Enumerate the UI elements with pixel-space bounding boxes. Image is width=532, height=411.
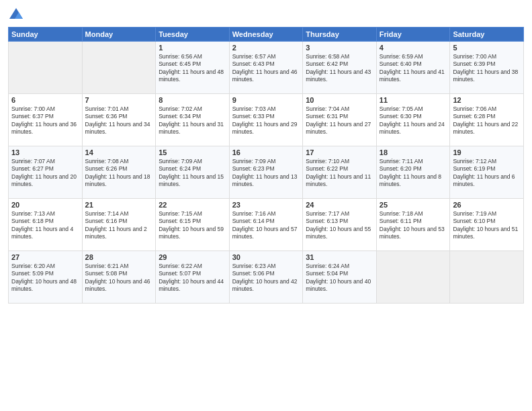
day-info: Sunrise: 7:12 AM Sunset: 6:19 PM Dayligh… [453,158,515,187]
day-cell [376,251,450,304]
day-info: Sunrise: 7:09 AM Sunset: 6:24 PM Dayligh… [159,158,224,187]
day-number: 29 [159,253,226,261]
day-info: Sunrise: 7:05 AM Sunset: 6:30 PM Dayligh… [380,105,445,135]
day-number: 3 [306,44,373,52]
day-cell: 1Sunrise: 6:56 AM Sunset: 6:45 PM Daylig… [156,42,230,94]
day-cell: 9Sunrise: 7:03 AM Sunset: 6:33 PM Daylig… [229,94,303,146]
day-cell: 8Sunrise: 7:02 AM Sunset: 6:34 PM Daylig… [156,94,230,146]
day-number: 5 [453,44,521,52]
day-number: 1 [159,44,226,52]
day-number: 26 [453,201,521,209]
day-cell: 2Sunrise: 6:57 AM Sunset: 6:43 PM Daylig… [229,42,303,94]
day-cell: 7Sunrise: 7:01 AM Sunset: 6:36 PM Daylig… [82,94,156,146]
day-info: Sunrise: 7:03 AM Sunset: 6:33 PM Dayligh… [232,105,298,135]
header [8,7,524,23]
day-cell: 23Sunrise: 7:16 AM Sunset: 6:14 PM Dayli… [229,199,303,251]
day-info: Sunrise: 7:04 AM Sunset: 6:31 PM Dayligh… [306,105,371,135]
day-number: 24 [306,201,373,209]
day-cell: 29Sunrise: 6:22 AM Sunset: 5:07 PM Dayli… [156,251,230,304]
day-info: Sunrise: 7:16 AM Sunset: 6:14 PM Dayligh… [232,210,298,240]
day-info: Sunrise: 6:24 AM Sunset: 5:04 PM Dayligh… [306,263,371,292]
day-info: Sunrise: 7:00 AM Sunset: 6:37 PM Dayligh… [11,105,77,135]
day-number: 10 [306,96,373,104]
day-cell: 17Sunrise: 7:10 AM Sunset: 6:22 PM Dayli… [303,146,377,199]
day-number: 9 [232,96,300,104]
weekday-header-sunday: Sunday [9,28,83,42]
day-number: 22 [159,201,226,209]
day-number: 28 [85,253,153,261]
day-info: Sunrise: 6:56 AM Sunset: 6:45 PM Dayligh… [159,53,224,83]
weekday-header-wednesday: Wednesday [229,28,303,42]
day-info: Sunrise: 7:08 AM Sunset: 6:26 PM Dayligh… [85,158,150,187]
day-cell: 13Sunrise: 7:07 AM Sunset: 6:27 PM Dayli… [9,146,83,199]
day-cell: 15Sunrise: 7:09 AM Sunset: 6:24 PM Dayli… [156,146,230,199]
day-cell: 18Sunrise: 7:11 AM Sunset: 6:20 PM Dayli… [376,146,450,199]
week-row-4: 20Sunrise: 7:13 AM Sunset: 6:18 PM Dayli… [9,199,524,251]
day-cell: 24Sunrise: 7:17 AM Sunset: 6:13 PM Dayli… [303,199,377,251]
day-cell: 30Sunrise: 6:23 AM Sunset: 5:06 PM Dayli… [229,251,303,304]
day-cell: 5Sunrise: 7:00 AM Sunset: 6:39 PM Daylig… [450,42,524,94]
day-number: 19 [453,148,521,156]
day-cell [9,42,83,94]
day-cell: 22Sunrise: 7:15 AM Sunset: 6:15 PM Dayli… [156,199,230,251]
day-info: Sunrise: 6:58 AM Sunset: 6:42 PM Dayligh… [306,53,371,83]
day-number: 20 [11,201,79,209]
day-info: Sunrise: 6:22 AM Sunset: 5:07 PM Dayligh… [159,263,224,292]
week-row-2: 6Sunrise: 7:00 AM Sunset: 6:37 PM Daylig… [9,94,524,146]
day-info: Sunrise: 6:57 AM Sunset: 6:43 PM Dayligh… [232,53,298,83]
week-row-1: 1Sunrise: 6:56 AM Sunset: 6:45 PM Daylig… [9,42,524,94]
weekday-header-row: SundayMondayTuesdayWednesdayThursdayFrid… [9,28,524,42]
day-cell: 21Sunrise: 7:14 AM Sunset: 6:16 PM Dayli… [82,199,156,251]
day-number: 18 [380,148,447,156]
day-number: 2 [232,44,300,52]
day-number: 12 [453,96,521,104]
day-cell: 10Sunrise: 7:04 AM Sunset: 6:31 PM Dayli… [303,94,377,146]
day-info: Sunrise: 7:17 AM Sunset: 6:13 PM Dayligh… [306,210,371,240]
day-info: Sunrise: 7:11 AM Sunset: 6:20 PM Dayligh… [380,158,441,187]
day-number: 27 [11,253,79,261]
day-info: Sunrise: 6:23 AM Sunset: 5:06 PM Dayligh… [232,263,298,292]
day-cell [450,251,524,304]
day-cell: 26Sunrise: 7:19 AM Sunset: 6:10 PM Dayli… [450,199,524,251]
day-info: Sunrise: 7:07 AM Sunset: 6:27 PM Dayligh… [11,158,77,187]
day-cell: 4Sunrise: 6:59 AM Sunset: 6:40 PM Daylig… [376,42,450,94]
day-cell: 6Sunrise: 7:00 AM Sunset: 6:37 PM Daylig… [9,94,83,146]
day-number: 17 [306,148,373,156]
logo-icon [8,7,24,23]
day-cell: 28Sunrise: 6:21 AM Sunset: 5:08 PM Dayli… [82,251,156,304]
logo [8,7,27,23]
day-info: Sunrise: 7:10 AM Sunset: 6:22 PM Dayligh… [306,158,371,187]
day-number: 4 [380,44,447,52]
day-number: 11 [380,96,447,104]
day-number: 14 [85,148,153,156]
day-cell: 16Sunrise: 7:09 AM Sunset: 6:23 PM Dayli… [229,146,303,199]
calendar-container: SundayMondayTuesdayWednesdayThursdayFrid… [0,0,532,411]
day-number: 31 [306,253,373,261]
weekday-header-tuesday: Tuesday [156,28,230,42]
day-number: 21 [85,201,153,209]
day-info: Sunrise: 7:09 AM Sunset: 6:23 PM Dayligh… [232,158,298,187]
weekday-header-friday: Friday [376,28,450,42]
day-number: 7 [85,96,153,104]
day-cell: 25Sunrise: 7:18 AM Sunset: 6:11 PM Dayli… [376,199,450,251]
day-number: 6 [11,96,79,104]
weekday-header-thursday: Thursday [303,28,377,42]
day-info: Sunrise: 6:59 AM Sunset: 6:40 PM Dayligh… [380,53,445,83]
day-info: Sunrise: 7:15 AM Sunset: 6:15 PM Dayligh… [159,210,224,240]
day-info: Sunrise: 6:20 AM Sunset: 5:09 PM Dayligh… [11,263,77,292]
day-cell: 12Sunrise: 7:06 AM Sunset: 6:28 PM Dayli… [450,94,524,146]
day-number: 30 [232,253,300,261]
day-info: Sunrise: 7:01 AM Sunset: 6:36 PM Dayligh… [85,105,150,135]
day-info: Sunrise: 7:19 AM Sunset: 6:10 PM Dayligh… [453,210,518,240]
day-info: Sunrise: 7:14 AM Sunset: 6:16 PM Dayligh… [85,210,147,240]
day-cell: 14Sunrise: 7:08 AM Sunset: 6:26 PM Dayli… [82,146,156,199]
day-info: Sunrise: 7:13 AM Sunset: 6:18 PM Dayligh… [11,210,73,240]
day-number: 23 [232,201,300,209]
day-cell: 27Sunrise: 6:20 AM Sunset: 5:09 PM Dayli… [9,251,83,304]
day-info: Sunrise: 7:02 AM Sunset: 6:34 PM Dayligh… [159,105,224,135]
day-cell [82,42,156,94]
calendar-table: SundayMondayTuesdayWednesdayThursdayFrid… [8,27,524,304]
day-cell: 3Sunrise: 6:58 AM Sunset: 6:42 PM Daylig… [303,42,377,94]
day-info: Sunrise: 7:06 AM Sunset: 6:28 PM Dayligh… [453,105,518,135]
day-cell: 20Sunrise: 7:13 AM Sunset: 6:18 PM Dayli… [9,199,83,251]
